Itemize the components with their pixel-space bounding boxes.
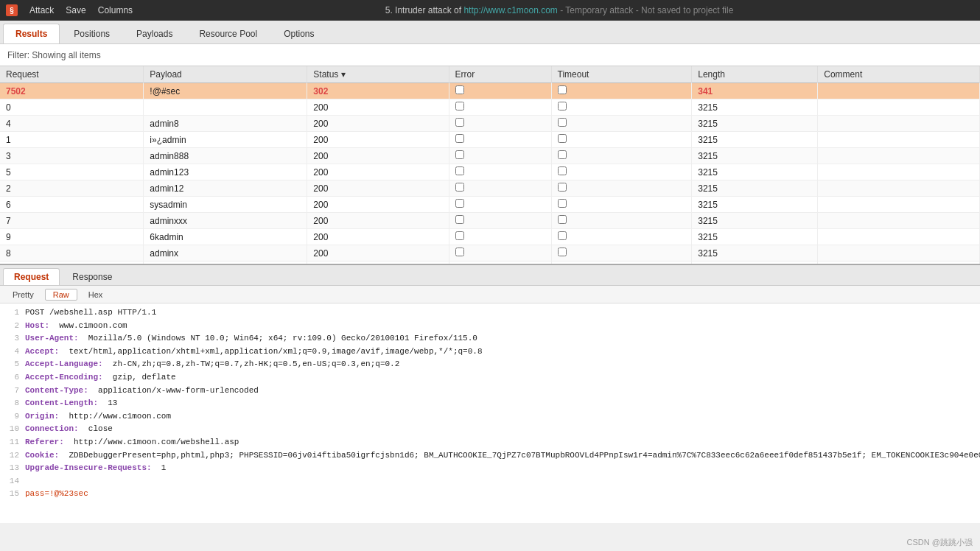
cell-request: 4	[0, 116, 144, 132]
fmt-hex[interactable]: Hex	[80, 289, 111, 301]
cell-payload: i»¿admin	[144, 132, 307, 148]
table-row[interactable]: 1i»¿admin2003215	[0, 132, 980, 148]
cell-error-checkbox[interactable]	[455, 166, 464, 175]
cell-request: 7502	[0, 83, 144, 99]
cell-error-checkbox[interactable]	[455, 183, 464, 192]
cell-payload: admin8	[144, 116, 307, 132]
cell-error	[449, 132, 551, 148]
request-line: 9Origin: http://www.c1moon.com	[6, 410, 974, 424]
cell-length: 341	[692, 83, 818, 99]
tab-payloads[interactable]: Payloads	[124, 24, 185, 43]
cell-timeout	[551, 180, 692, 197]
cell-payload	[144, 99, 307, 116]
cell-payload: adminxxx	[144, 213, 307, 229]
cell-error-checkbox[interactable]	[455, 199, 464, 208]
cell-timeout-checkbox[interactable]	[558, 118, 567, 127]
table-row[interactable]: 8adminx2003215	[0, 245, 980, 262]
format-tabbar: Pretty Raw Hex	[0, 286, 980, 303]
cell-payload: sysadmin	[144, 197, 307, 213]
table-row[interactable]: 96kadmin2003215	[0, 229, 980, 245]
cell-comment	[818, 213, 980, 229]
request-content[interactable]: 1POST /webshell.asp HTTP/1.12Host: www.c…	[0, 303, 980, 523]
cell-error-checkbox[interactable]	[455, 118, 464, 127]
cell-request: 3	[0, 148, 144, 164]
sub-tab-request[interactable]: Request	[3, 268, 60, 285]
table-row[interactable]: 4admin82003215	[0, 116, 980, 132]
table-row[interactable]: 7502!@#sec302341	[0, 83, 980, 99]
cell-timeout-checkbox[interactable]	[558, 85, 567, 94]
col-error[interactable]: Error	[449, 66, 551, 83]
col-payload[interactable]: Payload	[144, 66, 307, 83]
cell-status: 200	[307, 229, 449, 245]
table-row[interactable]: 6sysadmin2003215	[0, 197, 980, 213]
cell-timeout	[551, 132, 692, 148]
cell-timeout-checkbox[interactable]	[558, 231, 567, 240]
cell-error	[449, 229, 551, 245]
main-tabbar: Results Positions Payloads Resource Pool…	[0, 21, 980, 44]
cell-payload: admin888	[144, 148, 307, 164]
cell-timeout	[551, 99, 692, 116]
cell-request: 0	[0, 99, 144, 116]
cell-timeout-checkbox[interactable]	[558, 248, 567, 256]
cell-timeout-checkbox[interactable]	[558, 134, 567, 143]
cell-comment	[818, 99, 980, 116]
cell-payload: adminx	[144, 245, 307, 262]
cell-comment	[818, 83, 980, 99]
col-request[interactable]: Request	[0, 66, 144, 83]
menu-save[interactable]: Save	[66, 5, 85, 15]
filter-text: Filter: Showing all items	[7, 50, 101, 60]
cell-request: 6	[0, 197, 144, 213]
fmt-raw[interactable]: Raw	[45, 289, 77, 301]
menu-attack[interactable]: Attack	[29, 5, 54, 15]
cell-request: 8	[0, 245, 144, 262]
cell-timeout-checkbox[interactable]	[558, 183, 567, 192]
request-line: 10Connection: close	[6, 423, 974, 436]
cell-status: 200	[307, 245, 449, 262]
cell-timeout-checkbox[interactable]	[558, 199, 567, 208]
request-line: 1POST /webshell.asp HTTP/1.1	[6, 306, 974, 320]
request-line: 7Content-Type: application/x-www-form-ur…	[6, 385, 974, 398]
cell-error-checkbox[interactable]	[455, 231, 464, 240]
cell-length: 3215	[692, 99, 818, 116]
col-comment[interactable]: Comment	[818, 66, 980, 83]
cell-error-checkbox[interactable]	[455, 102, 464, 110]
table-row[interactable]: 02003215	[0, 99, 980, 116]
fmt-pretty[interactable]: Pretty	[4, 289, 42, 301]
cell-timeout-checkbox[interactable]	[558, 166, 567, 175]
col-length[interactable]: Length	[692, 66, 818, 83]
table-row[interactable]: 3admin8882003215	[0, 148, 980, 164]
tab-resource-pool[interactable]: Resource Pool	[186, 24, 270, 43]
sub-tab-response[interactable]: Response	[61, 268, 123, 285]
table-row[interactable]: 2admin122003215	[0, 180, 980, 197]
cell-error-checkbox[interactable]	[455, 85, 464, 94]
request-line: 15pass=!@%23sec	[6, 488, 974, 501]
cell-status: 200	[307, 180, 449, 197]
cell-request: 7	[0, 213, 144, 229]
cell-length: 3215	[692, 197, 818, 213]
table-row[interactable]: 7adminxxx2003215	[0, 213, 980, 229]
table-row[interactable]: 5admin1232003215	[0, 164, 980, 180]
col-timeout[interactable]: Timeout	[551, 66, 692, 83]
cell-length: 3215	[692, 180, 818, 197]
cell-timeout-checkbox[interactable]	[558, 150, 567, 159]
request-line: 2Host: www.c1moon.com	[6, 320, 974, 333]
cell-error-checkbox[interactable]	[455, 134, 464, 143]
results-table-container[interactable]: Request Payload Status ▾ Error Timeout L…	[0, 66, 980, 265]
cell-timeout-checkbox[interactable]	[558, 215, 567, 224]
cell-status: 200	[307, 132, 449, 148]
cell-timeout-checkbox[interactable]	[558, 102, 567, 110]
tab-results[interactable]: Results	[3, 24, 60, 43]
cell-error	[449, 116, 551, 132]
cell-error	[449, 148, 551, 164]
col-status[interactable]: Status ▾	[307, 66, 449, 83]
cell-error-checkbox[interactable]	[455, 248, 464, 256]
cell-status: 200	[307, 197, 449, 213]
cell-request: 1	[0, 132, 144, 148]
cell-error-checkbox[interactable]	[455, 215, 464, 224]
cell-error-checkbox[interactable]	[455, 150, 464, 159]
cell-error	[449, 83, 551, 99]
menu-columns[interactable]: Columns	[98, 5, 133, 15]
tab-positions[interactable]: Positions	[61, 24, 122, 43]
tab-options[interactable]: Options	[271, 24, 326, 43]
cell-comment	[818, 245, 980, 262]
